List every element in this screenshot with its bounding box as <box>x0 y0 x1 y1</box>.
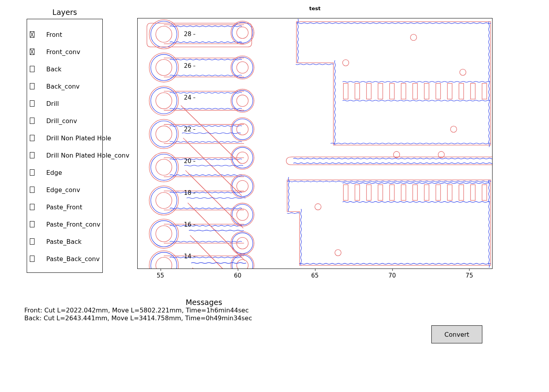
layer-label: Edge_conv <box>46 186 80 194</box>
layer-row[interactable]: Back <box>30 60 132 78</box>
convert-button[interactable]: Convert <box>431 325 482 343</box>
svg-point-8 <box>151 88 177 114</box>
layer-row[interactable]: Drill Non Plated Hole <box>30 129 132 147</box>
layer-checkbox[interactable] <box>30 169 35 176</box>
layer-checkbox[interactable] <box>30 187 35 193</box>
layer-checkbox[interactable] <box>30 238 35 245</box>
x-tick: 75 <box>465 272 473 279</box>
svg-point-13 <box>156 159 172 175</box>
plot-area[interactable] <box>137 18 493 269</box>
layers-title: Layers <box>27 8 103 16</box>
layer-row[interactable]: Edge_conv <box>30 181 132 198</box>
layer-checkbox[interactable] <box>30 100 35 107</box>
svg-rect-72 <box>436 83 440 99</box>
layer-checkbox[interactable] <box>30 66 35 72</box>
svg-point-1 <box>156 26 172 42</box>
layer-checkbox[interactable] <box>30 204 35 210</box>
svg-point-25 <box>237 27 248 38</box>
svg-point-28 <box>237 62 248 73</box>
layer-row[interactable]: Drill_conv <box>30 112 132 129</box>
svg-point-32 <box>232 90 253 111</box>
layer-row[interactable]: Drill <box>30 95 132 112</box>
svg-point-5 <box>151 54 177 81</box>
svg-point-39 <box>231 175 254 198</box>
svg-rect-66 <box>367 83 371 99</box>
svg-point-82 <box>343 60 349 66</box>
svg-rect-61 <box>459 185 464 200</box>
layer-checkbox[interactable] <box>30 118 35 124</box>
svg-point-9 <box>149 119 178 149</box>
layer-checkbox[interactable] <box>30 31 35 38</box>
x-tick: 60 <box>234 272 241 279</box>
svg-point-12 <box>149 152 178 182</box>
svg-point-41 <box>232 176 253 197</box>
layer-checkbox[interactable] <box>30 221 35 227</box>
svg-rect-51 <box>344 185 348 200</box>
layer-row[interactable]: Paste_Front_conv <box>30 216 132 233</box>
svg-point-7 <box>156 93 172 109</box>
svg-point-17 <box>151 187 177 214</box>
svg-point-44 <box>232 204 253 225</box>
layer-label: Back_conv <box>46 83 80 90</box>
svg-point-2 <box>151 21 177 47</box>
layer-row[interactable]: Back_conv <box>30 78 132 95</box>
svg-point-16 <box>156 192 172 209</box>
svg-point-14 <box>151 154 177 180</box>
layer-label: Paste_Front_conv <box>46 221 100 228</box>
y-tick: 14 <box>176 253 191 260</box>
svg-point-19 <box>156 226 172 242</box>
svg-point-18 <box>149 219 178 249</box>
y-tick: 16 <box>176 221 191 228</box>
layer-row[interactable]: Paste_Back_conv <box>30 250 132 267</box>
messages-title: Messages <box>24 298 384 307</box>
layer-row[interactable]: Edge <box>30 164 132 181</box>
layer-row[interactable]: Paste_Back <box>30 233 132 250</box>
layer-label: Front <box>46 31 62 38</box>
layer-row[interactable]: Front <box>30 26 132 43</box>
svg-rect-53 <box>367 185 371 200</box>
plot-title: test <box>137 5 493 11</box>
layer-checkbox[interactable] <box>30 256 35 262</box>
layer-label: Drill <box>46 100 59 107</box>
svg-point-0 <box>149 20 178 49</box>
svg-rect-54 <box>378 185 383 200</box>
layer-checkbox[interactable] <box>30 49 35 55</box>
y-tick: 20 <box>176 158 191 165</box>
layer-label: Paste_Back <box>46 238 82 245</box>
svg-point-81 <box>411 34 417 40</box>
x-tick: 55 <box>157 272 164 279</box>
svg-point-22 <box>156 257 172 269</box>
layer-checkbox[interactable] <box>30 152 35 158</box>
svg-rect-55 <box>390 185 394 200</box>
y-tick: 28 <box>176 31 191 38</box>
convert-button-label: Convert <box>444 331 469 338</box>
svg-point-40 <box>237 180 248 192</box>
svg-rect-67 <box>378 83 383 99</box>
svg-rect-76 <box>482 83 487 99</box>
svg-rect-65 <box>355 83 360 99</box>
layer-row[interactable]: Front_conv <box>30 43 132 60</box>
layer-label: Drill_conv <box>46 117 77 125</box>
svg-point-30 <box>231 89 254 112</box>
x-tick: 65 <box>311 272 318 279</box>
svg-point-77 <box>460 69 466 75</box>
svg-rect-56 <box>401 185 406 200</box>
layer-row[interactable]: Paste_Front <box>30 198 132 216</box>
svg-point-35 <box>232 119 253 140</box>
y-tick: 26 <box>176 62 191 69</box>
svg-point-4 <box>156 60 172 76</box>
svg-point-43 <box>237 209 248 220</box>
svg-rect-62 <box>471 185 475 200</box>
svg-point-21 <box>149 251 178 269</box>
svg-point-29 <box>232 57 253 78</box>
layer-checkbox[interactable] <box>30 83 35 89</box>
y-tick: 18 <box>176 189 191 196</box>
layer-row[interactable]: Drill Non Plated Hole_conv <box>30 147 132 164</box>
layer-label: Back <box>46 65 62 73</box>
svg-point-33 <box>231 118 254 141</box>
svg-rect-73 <box>447 83 452 99</box>
layer-label: Edge <box>46 169 62 176</box>
layer-checkbox[interactable] <box>30 135 35 141</box>
svg-point-78 <box>451 126 457 132</box>
svg-point-6 <box>149 86 178 116</box>
